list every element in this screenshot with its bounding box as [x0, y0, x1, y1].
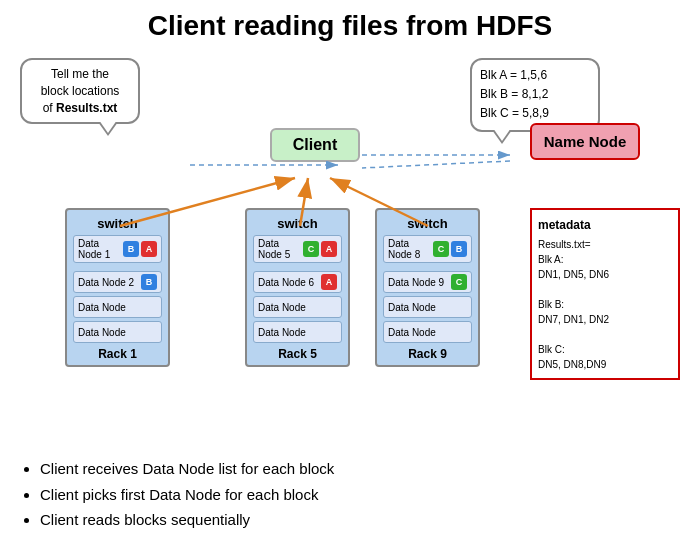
metadata-box: metadata Results.txt= Blk A: DN1, DN5, D… [530, 208, 680, 380]
rack-1: switch Data Node 1 B A Data Node 2 B Dat… [65, 208, 170, 367]
speech-bubble-left: Tell me the block locations of Results.t… [20, 58, 140, 124]
datanode-7: Data Node [253, 296, 342, 318]
datanode-5: Data Node 5 C A [253, 235, 342, 263]
rack-1-label: Rack 1 [73, 347, 162, 361]
badge-c-10: C [451, 274, 467, 290]
client-box: Client [270, 128, 360, 162]
datanode-12: Data Node [383, 321, 472, 343]
svg-line-5 [362, 161, 510, 168]
datanode-1: Data Node 1 B A [73, 235, 162, 263]
rack-9: switch Data Node 8 C B Data Node 9 C Dat… [375, 208, 480, 367]
page-title: Client reading files from HDFS [0, 0, 700, 48]
rack-5-label: Rack 5 [253, 347, 342, 361]
datanode-11: Data Node [383, 296, 472, 318]
bullet-3: Client reads blocks sequentially [40, 507, 670, 533]
speech-right-line2: Blk B = 8,1,2 [480, 85, 590, 104]
speech-left-text1: Tell me the [51, 67, 109, 81]
badge-a: A [141, 241, 157, 257]
bullet-1: Client receives Data Node list for each … [40, 456, 670, 482]
speech-left-text3: of [43, 101, 56, 115]
badge-c-5: C [303, 241, 319, 257]
badge-a-6: A [321, 274, 337, 290]
speech-bubble-right: Blk A = 1,5,6 Blk B = 8,1,2 Blk C = 5,8,… [470, 58, 600, 132]
bullets-list: Client receives Data Node list for each … [0, 448, 700, 541]
bullet-2: Client picks first Data Node for each bl… [40, 482, 670, 508]
datanode-4: Data Node [73, 321, 162, 343]
diagram-area: Tell me the block locations of Results.t… [0, 48, 700, 448]
badge-a-5: A [321, 241, 337, 257]
switch-9-label: switch [383, 216, 472, 231]
speech-right-line1: Blk A = 1,5,6 [480, 66, 590, 85]
datanode-8: Data Node [253, 321, 342, 343]
datanode-6: Data Node 6 A [253, 271, 342, 293]
datanode-3: Data Node [73, 296, 162, 318]
namenode-box: Name Node [530, 123, 640, 160]
badge-b: B [123, 241, 139, 257]
rack-5: switch Data Node 5 C A Data Node 6 A Dat… [245, 208, 350, 367]
switch-1-label: switch [73, 216, 162, 231]
rack-9-label: Rack 9 [383, 347, 472, 361]
speech-left-bold: Results.txt [56, 101, 117, 115]
metadata-content: Results.txt= Blk A: DN1, DN5, DN6 Blk B:… [538, 237, 672, 372]
datanode-2: Data Node 2 B [73, 271, 162, 293]
badge-b-2: B [141, 274, 157, 290]
metadata-title: metadata [538, 216, 672, 234]
datanode-10: Data Node 9 C [383, 271, 472, 293]
datanode-9: Data Node 8 C B [383, 235, 472, 263]
switch-5-label: switch [253, 216, 342, 231]
speech-right-line3: Blk C = 5,8,9 [480, 104, 590, 123]
badge-b-9: B [451, 241, 467, 257]
badge-c-9: C [433, 241, 449, 257]
speech-left-text2: block locations [41, 84, 120, 98]
